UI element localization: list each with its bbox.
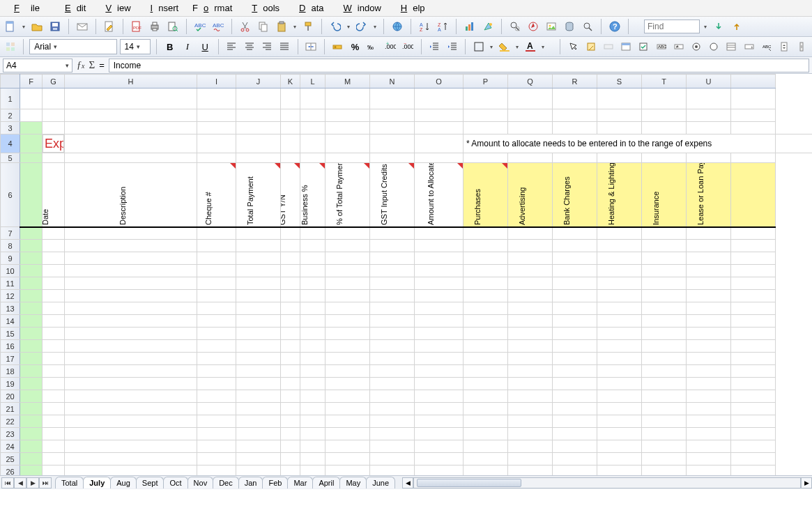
cell-Q9[interactable] bbox=[508, 252, 553, 265]
cell-T15[interactable] bbox=[642, 328, 687, 340]
cell-Q17[interactable] bbox=[508, 353, 553, 365]
cell-J18[interactable] bbox=[236, 365, 281, 378]
cell-S23[interactable] bbox=[597, 428, 642, 440]
cell-N20[interactable] bbox=[370, 390, 415, 403]
cell-I5[interactable] bbox=[197, 153, 236, 163]
menu-view[interactable]: View bbox=[94, 1, 136, 15]
export-pdf-icon[interactable]: PDF bbox=[129, 19, 144, 34]
cell-M22[interactable] bbox=[325, 415, 370, 428]
cell-K13[interactable] bbox=[281, 302, 300, 315]
cell-Q15[interactable] bbox=[508, 328, 553, 340]
cell-R7[interactable] bbox=[553, 227, 597, 240]
cell-U8[interactable] bbox=[687, 240, 731, 252]
cell-O20[interactable] bbox=[415, 390, 464, 403]
cell-G20[interactable] bbox=[43, 390, 65, 403]
cell-S17[interactable] bbox=[597, 353, 642, 365]
cell-H21[interactable] bbox=[65, 403, 197, 415]
copy-icon[interactable] bbox=[256, 19, 271, 34]
cell-U13[interactable] bbox=[687, 302, 731, 315]
cell-M10[interactable] bbox=[325, 265, 370, 277]
horizontal-scrollbar[interactable]: ◀ ▶ bbox=[402, 477, 812, 488]
cell-F6[interactable] bbox=[20, 163, 43, 227]
row-header-2[interactable]: 2 bbox=[1, 109, 20, 122]
cell-M24[interactable] bbox=[325, 440, 370, 453]
cell-S8[interactable] bbox=[597, 240, 642, 252]
cell-T6[interactable]: Insurance bbox=[642, 163, 687, 227]
menu-file[interactable]: File bbox=[3, 1, 51, 15]
cell-H22[interactable] bbox=[65, 415, 197, 428]
cell-P3[interactable] bbox=[464, 122, 508, 134]
name-box[interactable]: A4 ▾ bbox=[3, 59, 72, 72]
cell-overflow-13[interactable] bbox=[731, 302, 776, 315]
cell-S7[interactable] bbox=[597, 227, 642, 240]
italic-icon[interactable]: I bbox=[180, 39, 194, 54]
cell-S20[interactable] bbox=[597, 390, 642, 403]
cell-G17[interactable] bbox=[43, 353, 65, 365]
cell-T11[interactable] bbox=[642, 277, 687, 290]
cell-overflow-12[interactable] bbox=[731, 290, 776, 302]
cell-T23[interactable] bbox=[642, 428, 687, 440]
cell-P17[interactable] bbox=[464, 353, 508, 365]
cell-P22[interactable] bbox=[464, 415, 508, 428]
navigator-icon[interactable] bbox=[526, 19, 541, 34]
cell-S3[interactable] bbox=[597, 122, 642, 134]
sheet-tab-july[interactable]: July bbox=[83, 477, 111, 488]
cell-H12[interactable] bbox=[65, 290, 197, 302]
spreadsheet-grid[interactable]: FGHIJKLMNOPQRSTU 1234Expenses* Amount to… bbox=[0, 74, 812, 475]
option-tool-icon[interactable] bbox=[707, 39, 721, 54]
cell-overflow-26[interactable] bbox=[731, 465, 776, 476]
fontcolor-dropdown[interactable]: ▾ bbox=[540, 39, 546, 54]
cell-I12[interactable] bbox=[197, 290, 236, 302]
cell-O19[interactable] bbox=[415, 378, 464, 390]
cell-K12[interactable] bbox=[281, 290, 300, 302]
cell-L18[interactable] bbox=[300, 365, 325, 378]
col-header-N[interactable]: N bbox=[370, 75, 415, 88]
cell-T3[interactable] bbox=[642, 122, 687, 134]
spin-tool-icon[interactable] bbox=[777, 39, 792, 54]
cell-R9[interactable] bbox=[553, 252, 597, 265]
cell-U12[interactable] bbox=[687, 290, 731, 302]
cell-overflow-3[interactable] bbox=[731, 122, 776, 134]
cell-F16[interactable] bbox=[20, 340, 43, 353]
cell-G6[interactable]: Date bbox=[43, 163, 65, 227]
cell-H25[interactable] bbox=[65, 453, 197, 465]
cell-G5[interactable] bbox=[43, 153, 65, 163]
cell-G3[interactable] bbox=[43, 122, 65, 134]
cell-L6[interactable]: Business % bbox=[300, 163, 325, 227]
autospell-icon[interactable]: ABC bbox=[210, 19, 226, 34]
cell-overflow-10[interactable] bbox=[731, 265, 776, 277]
cell-G21[interactable] bbox=[43, 403, 65, 415]
cell-P10[interactable] bbox=[464, 265, 508, 277]
row-header-18[interactable]: 18 bbox=[1, 365, 20, 378]
bgcolor-dropdown[interactable]: ▾ bbox=[514, 39, 520, 54]
cell-S22[interactable] bbox=[597, 415, 642, 428]
cell-P19[interactable] bbox=[464, 378, 508, 390]
cell-U25[interactable] bbox=[687, 453, 731, 465]
cell-T14[interactable] bbox=[642, 315, 687, 328]
expenses-title-cell[interactable]: Expenses bbox=[43, 134, 64, 153]
cell-K2[interactable] bbox=[281, 109, 300, 122]
add-decimal-icon[interactable]: .000+ bbox=[383, 39, 397, 54]
cell-R14[interactable] bbox=[553, 315, 597, 328]
cell-L24[interactable] bbox=[300, 440, 325, 453]
cell-N4[interactable] bbox=[370, 134, 415, 153]
cell-S11[interactable] bbox=[597, 277, 642, 290]
cell-R17[interactable] bbox=[553, 353, 597, 365]
row-header-4[interactable]: 4 bbox=[1, 134, 20, 153]
cell-O15[interactable] bbox=[415, 328, 464, 340]
cell-F1[interactable] bbox=[20, 88, 43, 109]
col-header-G[interactable]: G bbox=[43, 75, 65, 88]
find-up-icon[interactable] bbox=[729, 19, 744, 34]
cell-R8[interactable] bbox=[553, 240, 597, 252]
cell-M17[interactable] bbox=[325, 353, 370, 365]
cell-N5[interactable] bbox=[370, 153, 415, 163]
sheet-tab-sept[interactable]: Sept bbox=[136, 477, 164, 488]
cell-K20[interactable] bbox=[281, 390, 300, 403]
cell-M6[interactable]: % of Total Payment bbox=[325, 163, 370, 227]
cell-U5[interactable] bbox=[687, 153, 731, 163]
cell-I19[interactable] bbox=[197, 378, 236, 390]
cell-S5[interactable] bbox=[597, 153, 642, 163]
cell-S10[interactable] bbox=[597, 265, 642, 277]
row-header-5[interactable]: 5 bbox=[1, 153, 20, 163]
sheet-tab-april[interactable]: April bbox=[312, 477, 340, 488]
